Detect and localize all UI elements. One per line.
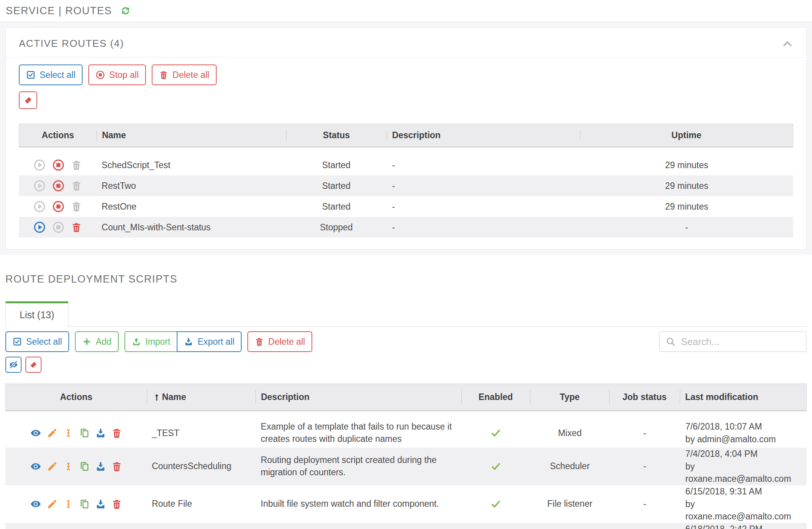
eraser-icon [29,360,38,369]
stop-route-button[interactable] [52,180,65,192]
delete-route-button[interactable] [71,160,82,170]
duplicate-script-button[interactable] [79,461,90,472]
trash-icon [71,160,82,170]
route-status: Started [286,160,387,170]
active-routes-title: ACTIVE ROUTES (4) [19,38,124,50]
edit-script-button[interactable] [47,428,58,438]
view-script-button[interactable] [30,427,41,439]
route-name: Count_MIs-with-Sent-status [96,222,286,233]
route-actions-cell [19,180,96,192]
pencil-icon [47,461,58,472]
active-routes-toolbar: Select all Stop all Delete all [19,64,793,85]
route-uptime: 29 minutes [580,181,793,191]
pencil-icon [47,428,58,438]
column-header-description[interactable]: Description [387,124,580,147]
scripts-select-all-label: Select all [26,337,62,346]
start-route-button[interactable] [33,200,46,213]
trash-icon [71,180,82,191]
download-icon [184,337,193,346]
stop-route-button[interactable] [52,221,65,233]
active-route-row: RestOne Started - 29 minutes [19,196,793,217]
routes-select-all-button[interactable]: Select all [19,64,83,85]
tab-list[interactable]: List (13) [5,301,68,327]
script-row: _TEST Example of a template that fails t… [5,418,807,448]
view-script-button[interactable] [30,461,41,472]
rename-script-button[interactable] [63,499,74,509]
script-modified-date: 6/15/2018, 9:31 AM [685,485,801,498]
scripts-add-button[interactable]: Add [75,331,119,352]
stop-route-button[interactable] [52,200,65,213]
pencil-icon [47,499,58,509]
scripts-import-button[interactable]: Import [124,331,177,352]
scripts-table-body: _TEST Example of a template that fails t… [5,418,807,529]
scripts-select-all-button[interactable]: Select all [5,331,69,352]
rename-script-button[interactable] [63,461,74,472]
script-modified-date: 6/18/2018, 2:42 PM [685,523,801,529]
sort-ascending-icon [152,393,161,402]
delete-route-button[interactable] [71,180,82,191]
copy-icon [79,499,90,509]
delete-script-button[interactable] [111,461,122,472]
checkbox-icon [13,337,22,346]
upload-icon [132,337,141,346]
scripts-delete-all-label: Delete all [268,337,305,346]
script-job-status: - [610,461,680,471]
script-row: CountersScheduling Routing deployment sc… [5,448,807,485]
script-name: CountersScheduling [146,461,255,471]
export-script-button[interactable] [95,428,106,438]
column-header-enabled[interactable]: Enabled [461,384,530,410]
collapse-panel-chevron-up-icon[interactable] [782,38,793,50]
active-routes-table-header: Actions Name Status Description Uptime [19,124,793,147]
active-routes-panel-body: Select all Stop all Delete all Actio [6,58,806,249]
scripts-toggle-visibility-button[interactable] [5,357,22,373]
column-header-last-modification[interactable]: Last modification [680,384,806,410]
export-script-button[interactable] [95,499,106,509]
column-header-name[interactable]: Name [147,384,255,410]
search-icon [666,337,676,347]
column-header-actions: Actions [19,124,96,147]
active-routes-table: Actions Name Status Description Uptime S… [19,124,793,238]
route-actions-cell [19,159,96,171]
delete-script-button[interactable] [111,499,122,509]
edit-script-button[interactable] [47,499,58,509]
start-route-button[interactable] [33,221,46,233]
route-description: - [387,160,580,170]
routes-clear-selection-button[interactable] [19,91,37,109]
play-circle-icon [33,159,46,171]
scripts-table: Actions Name Description Enabled Type Jo… [5,384,807,529]
script-name: _TEST [146,428,255,438]
trash-icon [159,70,168,79]
routes-stop-all-button[interactable]: Stop all [88,64,146,85]
scripts-delete-all-button[interactable]: Delete all [247,331,312,352]
column-header-name[interactable]: Name [96,124,286,147]
column-header-status[interactable]: Status [286,124,387,147]
duplicate-script-button[interactable] [79,428,90,438]
delete-script-button[interactable] [111,428,122,438]
start-route-button[interactable] [33,159,46,171]
view-script-button[interactable] [30,498,41,510]
export-script-button[interactable] [95,461,106,472]
column-header-description[interactable]: Description [255,384,461,410]
script-job-status: - [610,428,680,438]
scripts-table-header: Actions Name Description Enabled Type Jo… [5,384,807,411]
scripts-clear-selection-button[interactable] [25,357,41,373]
scripts-export-all-button[interactable]: Export all [177,331,242,352]
script-enabled-cell [461,428,530,438]
scripts-search-input[interactable] [680,336,800,348]
delete-route-button[interactable] [71,201,82,212]
start-route-button[interactable] [33,180,46,192]
column-header-type[interactable]: Type [530,384,609,410]
script-modified-by: by roxane.mace@amalto.com [685,498,801,523]
duplicate-script-button[interactable] [79,499,90,509]
scripts-toolbar: Select all Add Import Export all Delete … [5,331,807,352]
rename-script-button[interactable] [63,428,74,438]
route-uptime: - [580,222,793,233]
stop-route-button[interactable] [52,159,65,171]
script-enabled-cell [461,499,530,509]
delete-route-button[interactable] [71,222,82,233]
refresh-icon[interactable] [120,5,131,17]
column-header-job-status[interactable]: Job status [609,384,679,410]
edit-script-button[interactable] [47,461,58,472]
routes-delete-all-button[interactable]: Delete all [152,64,217,85]
column-header-uptime[interactable]: Uptime [580,124,793,147]
